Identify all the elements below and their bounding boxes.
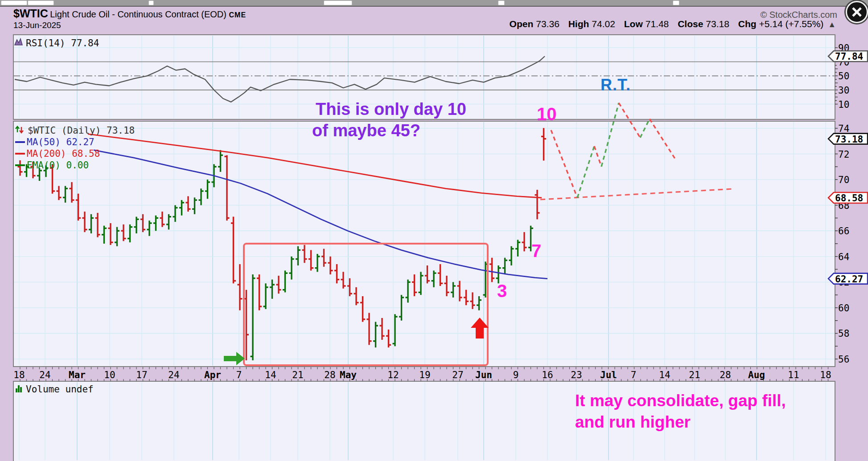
rsi-axis-label: 10 xyxy=(838,99,849,110)
annotation-day-count-line2: of maybe 45? xyxy=(312,121,420,140)
axis-tag-value: 68.58 xyxy=(835,193,863,204)
x-axis-label: 7 xyxy=(631,370,637,380)
price-axis-label: 70 xyxy=(838,175,849,185)
legend-ma200: MA(200) 68.58 xyxy=(27,148,100,159)
x-axis-label: 17 xyxy=(136,370,147,380)
annotation-count-10: 10 xyxy=(537,104,557,124)
price-axis-label: 64 xyxy=(838,252,849,262)
x-axis-label: 14 xyxy=(659,370,670,380)
annotation-rt: R.T. xyxy=(601,76,631,94)
rsi-label: RSI(14) 77.84 xyxy=(26,38,99,49)
legend-ma50: MA(50) 62.27 xyxy=(27,137,95,147)
price-axis-label: 66 xyxy=(838,226,849,237)
x-axis-label: 21 xyxy=(292,370,303,380)
annotation-outlook-line1: It may consolidate, gap fill, xyxy=(575,392,786,410)
x-axis-label: 7 xyxy=(236,370,242,380)
x-axis-label: 18 xyxy=(820,370,831,380)
x-axis-label: 14 xyxy=(265,370,276,380)
x-axis-label: 28 xyxy=(720,370,731,380)
annotation-outlook-line2: and run higher xyxy=(575,413,691,431)
price-axis-label: 72 xyxy=(838,149,849,160)
annotation-count-7: 7 xyxy=(531,241,541,261)
annotation-day-count-line1: This is only day 10 xyxy=(316,100,466,118)
price-axis-label: 58 xyxy=(838,328,849,339)
x-axis-label: Jul xyxy=(600,370,617,380)
x-axis-label: Apr xyxy=(204,370,221,380)
annotation-count-3: 3 xyxy=(497,281,507,301)
x-axis-label: 11 xyxy=(788,370,799,380)
x-axis-label: 9 xyxy=(513,370,519,380)
price-axis-label: 56 xyxy=(838,354,849,365)
x-axis-label: 12 xyxy=(387,370,399,380)
x-axis-label: May xyxy=(340,370,357,380)
x-axis-label: Mar xyxy=(69,370,86,380)
rsi-axis-label: 50 xyxy=(838,71,849,82)
price-axis-label: 60 xyxy=(838,303,849,314)
x-axis-label: 27 xyxy=(452,370,463,380)
x-axis-label: 19 xyxy=(419,370,430,380)
legend-ema: EMA(0) 0.00 xyxy=(27,160,89,171)
axis-tag-value: 77.84 xyxy=(835,51,863,62)
x-axis-label: 24 xyxy=(39,370,50,380)
x-axis-label: Aug xyxy=(748,370,765,380)
chart-svg: 1824Mar101724Apr7142128May121927Jun91623… xyxy=(0,0,868,461)
x-axis-label: 16 xyxy=(542,370,553,380)
axis-tag-value: 62.27 xyxy=(835,274,863,285)
volume-label: Volume undef xyxy=(26,384,94,395)
x-axis-label: Jun xyxy=(475,370,492,380)
rsi-axis-label: 30 xyxy=(838,85,849,96)
x-axis-label: 18 xyxy=(13,370,25,380)
x-axis-label: 21 xyxy=(689,370,700,380)
x-axis-label: 28 xyxy=(324,370,335,380)
axis-tag-value: 73.18 xyxy=(835,134,863,145)
legend-symbol: $WTIC (Daily) 73.18 xyxy=(28,125,135,136)
price-axis-label: 74 xyxy=(838,123,849,134)
x-axis-label: 24 xyxy=(168,370,179,380)
x-axis-label: 10 xyxy=(104,370,115,380)
x-axis-label: 23 xyxy=(571,370,582,380)
page: { "header": { "symbol": "$WTIC", "name":… xyxy=(0,0,868,461)
